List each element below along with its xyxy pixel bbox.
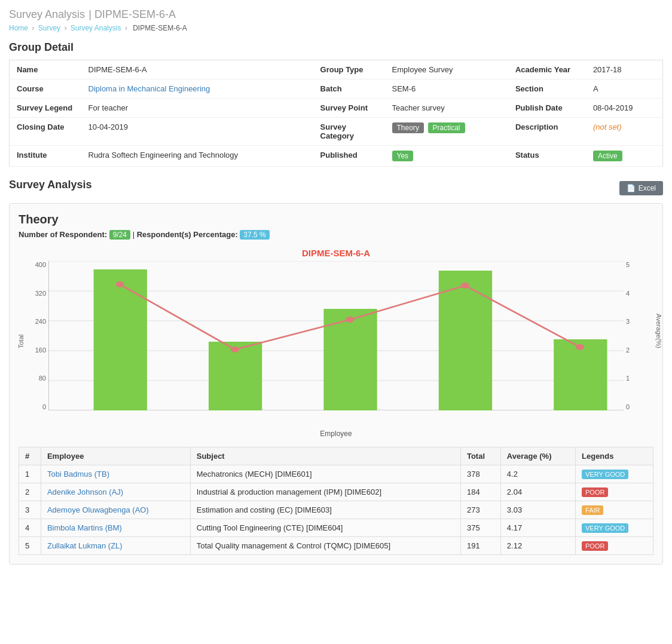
y-label-total: Total bbox=[17, 335, 25, 348]
name-value: DIPME-SEM-6-A bbox=[81, 60, 313, 79]
cell-total: 191 bbox=[460, 537, 500, 555]
academic-year-label: Academic Year bbox=[508, 60, 586, 79]
cell-average: 2.12 bbox=[500, 537, 575, 555]
legend-badge: FAIR bbox=[582, 505, 603, 515]
table-row: 1 Tobi Badmus (TB) Mechatronics (MECH) [… bbox=[19, 465, 653, 483]
chart-area: 400 320 240 160 80 0 Total bbox=[25, 261, 647, 428]
col-total: Total bbox=[460, 447, 500, 465]
survey-point-label: Survey Point bbox=[313, 99, 385, 118]
publish-date-label: Publish Date bbox=[508, 99, 586, 118]
cell-num: 2 bbox=[19, 483, 41, 501]
dot-adenike bbox=[231, 346, 239, 352]
practical-badge: Practical bbox=[428, 122, 465, 133]
table-row: 4 Bimbola Martins (BM) Cutting Tool Engi… bbox=[19, 519, 653, 537]
employee-link[interactable]: Adenike Johnson (AJ) bbox=[47, 487, 123, 496]
chart-svg: Tobi Badmus (TB) Adenike Johnson (AJ) Ad… bbox=[48, 261, 624, 410]
chart-container: DIPME-SEM-6-A 400 320 240 160 80 0 Total bbox=[19, 248, 653, 438]
breadcrumb-survey[interactable]: Survey bbox=[38, 24, 60, 32]
col-employee: Employee bbox=[41, 447, 190, 465]
batch-value: SEM-6 bbox=[385, 79, 508, 99]
respondent-label: Number of Respondent: bbox=[19, 230, 107, 239]
percentage-value: 37.5 % bbox=[240, 230, 269, 240]
course-label: Course bbox=[10, 79, 81, 99]
published-badge: Yes bbox=[392, 151, 414, 161]
group-type-label: Group Type bbox=[313, 60, 385, 79]
employee-link[interactable]: Tobi Badmus (TB) bbox=[47, 470, 109, 479]
dot-bimbola bbox=[461, 283, 469, 289]
cell-num: 3 bbox=[19, 501, 41, 519]
group-detail-table: Name DIPME-SEM-6-A Group Type Employee S… bbox=[9, 60, 663, 167]
description-value: (not set) bbox=[586, 118, 663, 146]
cell-legend: VERY GOOD bbox=[576, 465, 653, 483]
legend-badge: VERY GOOD bbox=[582, 523, 628, 533]
employee-link[interactable]: Bimbola Martins (BM) bbox=[47, 523, 122, 532]
cell-num: 1 bbox=[19, 465, 41, 483]
cell-average: 4.2 bbox=[500, 465, 575, 483]
cell-employee: Ademoye Oluwagbenga (AO) bbox=[41, 501, 190, 519]
cell-subject: Industrial & production management (IPM)… bbox=[190, 483, 460, 501]
legend-badge: POOR bbox=[582, 487, 608, 497]
status-badge: Active bbox=[593, 151, 622, 161]
publish-date-value: 08-04-2019 bbox=[586, 99, 663, 118]
group-type-value: Employee Survey bbox=[385, 60, 508, 79]
cell-total: 273 bbox=[460, 501, 500, 519]
cell-total: 378 bbox=[460, 465, 500, 483]
cell-subject: Total Quality management & Control (TQMC… bbox=[190, 537, 460, 555]
cell-num: 5 bbox=[19, 537, 41, 555]
dot-zullaikat bbox=[576, 344, 584, 350]
separator: | bbox=[133, 230, 135, 239]
excel-icon: 📄 bbox=[627, 184, 636, 192]
breadcrumb: Home › Survey › Survey Analysis › DIPME-… bbox=[9, 24, 663, 32]
cell-legend: VERY GOOD bbox=[576, 519, 653, 537]
breadcrumb-home[interactable]: Home bbox=[9, 24, 28, 32]
cell-subject: Cutting Tool Engineering (CTE) [DIME604] bbox=[190, 519, 460, 537]
institute-label: Institute bbox=[10, 146, 81, 167]
bar-tobi bbox=[94, 269, 147, 410]
name-label: Name bbox=[10, 60, 81, 79]
published-label: Published bbox=[313, 146, 385, 167]
col-average: Average (%) bbox=[500, 447, 575, 465]
data-table: # Employee Subject Total Average (%) Leg… bbox=[19, 447, 653, 555]
title-separator: | bbox=[88, 8, 94, 20]
theory-title: Theory bbox=[19, 213, 653, 226]
page-title: Survey Analysis | DIPME-SEM-6-A Home › S… bbox=[9, 6, 663, 32]
survey-analysis-header: Survey Analysis 📄 Excel bbox=[9, 179, 663, 197]
theory-analysis-box: Theory Number of Respondent: 9/24 | Resp… bbox=[9, 203, 663, 565]
y-axis-right: 5 4 3 2 1 0 bbox=[624, 261, 647, 410]
survey-point-value: Teacher survey bbox=[385, 99, 508, 118]
cell-total: 375 bbox=[460, 519, 500, 537]
title-subtitle: DIPME-SEM-6-A bbox=[94, 8, 176, 20]
survey-category-value: Theory Practical bbox=[385, 118, 508, 146]
cell-employee: Bimbola Martins (BM) bbox=[41, 519, 190, 537]
employee-link[interactable]: Ademoye Oluwagbenga (AO) bbox=[47, 505, 149, 514]
cell-employee: Adenike Johnson (AJ) bbox=[41, 483, 190, 501]
respondent-info: Number of Respondent: 9/24 | Respondent(… bbox=[19, 230, 653, 239]
institute-value: Rudra Softech Engineering and Technology bbox=[81, 146, 313, 167]
breadcrumb-survey-analysis[interactable]: Survey Analysis bbox=[71, 24, 121, 32]
dot-tobi bbox=[116, 281, 124, 287]
batch-label: Batch bbox=[313, 79, 385, 99]
course-value: Diploma in Mechanical Engineering bbox=[81, 79, 313, 99]
y-label-average: Average(%) bbox=[655, 314, 662, 348]
cell-average: 3.03 bbox=[500, 501, 575, 519]
survey-analysis-heading: Survey Analysis bbox=[9, 179, 91, 191]
cell-employee: Zullaikat Lukman (ZL) bbox=[41, 537, 190, 555]
cell-average: 4.17 bbox=[500, 519, 575, 537]
cell-legend: FAIR bbox=[576, 501, 653, 519]
col-legends: Legends bbox=[576, 447, 653, 465]
status-label: Status bbox=[508, 146, 586, 167]
excel-btn-label: Excel bbox=[639, 184, 656, 192]
description-label: Description bbox=[508, 118, 586, 146]
table-row: 5 Zullaikat Lukman (ZL) Total Quality ma… bbox=[19, 537, 653, 555]
employee-link[interactable]: Zullaikat Lukman (ZL) bbox=[47, 541, 123, 550]
published-value: Yes bbox=[385, 146, 508, 167]
section-label: Section bbox=[508, 79, 586, 99]
academic-year-value: 2017-18 bbox=[586, 60, 663, 79]
legend-badge: VERY GOOD bbox=[582, 470, 628, 479]
percentage-label: Respondent(s) Percentage: bbox=[137, 230, 238, 239]
cell-num: 4 bbox=[19, 519, 41, 537]
excel-button[interactable]: 📄 Excel bbox=[619, 181, 663, 195]
survey-legend-value: For teacher bbox=[81, 99, 313, 118]
legend-badge: POOR bbox=[582, 541, 608, 551]
cell-average: 2.04 bbox=[500, 483, 575, 501]
